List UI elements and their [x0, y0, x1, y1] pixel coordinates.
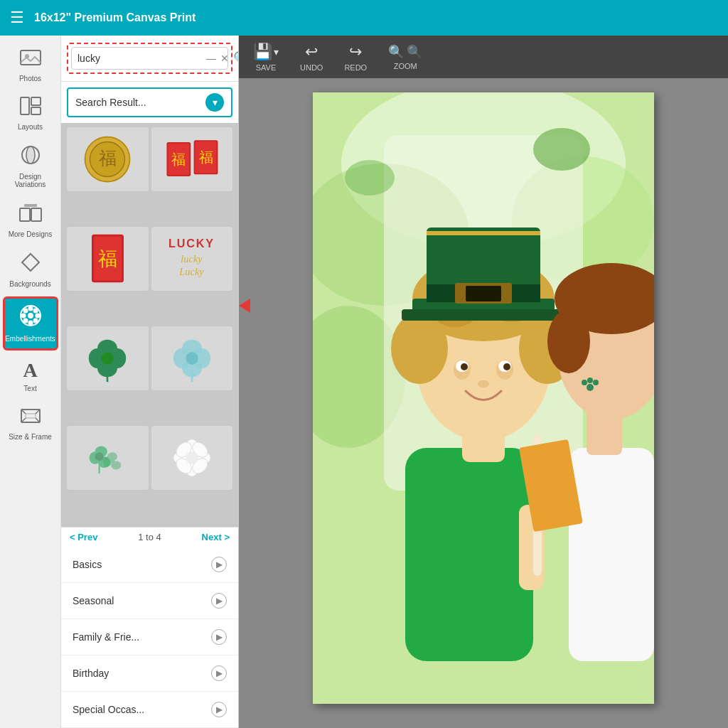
category-item-birthday[interactable]: Birthday ▶	[61, 655, 238, 692]
category-dropdown[interactable]: Search Result... ▾	[67, 87, 232, 117]
canvas-frame	[313, 92, 654, 704]
zoom-in-icon: 🔍	[388, 44, 404, 60]
svg-point-14	[21, 314, 26, 318]
svg-marker-10	[22, 254, 39, 271]
backgrounds-icon	[21, 252, 41, 277]
svg-point-111	[587, 384, 594, 391]
svg-text:福: 福	[98, 248, 117, 269]
category-item-seasonal[interactable]: Seasonal ▶	[61, 583, 238, 619]
svg-point-85	[391, 313, 448, 384]
search-input[interactable]	[77, 53, 202, 64]
pagination: < Prev 1 to 4 Next >	[61, 527, 238, 547]
panel: — ✕ 🔍 Search Result... ▾ 福	[61, 36, 239, 728]
search-input-wrap: — ✕ 🔍	[71, 47, 228, 70]
embellishments-icon	[19, 304, 42, 332]
workspace	[239, 78, 728, 728]
search-bar: — ✕ 🔍	[61, 36, 238, 82]
search-clear-button[interactable]: ✕	[220, 53, 229, 64]
svg-rect-9	[24, 204, 37, 207]
sidebar-item-layouts[interactable]: Layouts	[3, 91, 58, 136]
page-title: 16x12" Premium Canvas Print	[34, 11, 196, 24]
sidebar-item-text-label: Text	[23, 385, 36, 392]
embellishment-item-red-envelopes[interactable]: 福 福	[151, 127, 233, 191]
svg-point-113	[587, 378, 593, 383]
svg-point-80	[345, 160, 395, 196]
embellishment-item-coin[interactable]: 福	[67, 127, 149, 191]
category-family-friends-arrow: ▶	[211, 629, 227, 645]
hamburger-menu[interactable]: ☰	[10, 9, 24, 27]
sidebar-item-design-variations-label: Design Variations	[6, 173, 55, 188]
svg-point-57	[95, 452, 104, 461]
svg-rect-102	[427, 231, 540, 235]
dropdown-arrow-icon: ▾	[205, 93, 224, 112]
text-icon: A	[23, 359, 37, 382]
svg-text:LUCKY: LUCKY	[168, 237, 215, 250]
embellishment-item-clover[interactable]	[67, 326, 149, 390]
sidebar-item-backgrounds[interactable]: Backgrounds	[3, 247, 58, 294]
sidebar-item-size-frame[interactable]: Size & Frame	[3, 401, 58, 446]
next-page-button[interactable]: Next >	[202, 532, 230, 542]
sidebar-item-design-variations[interactable]: Design Variations	[3, 139, 58, 194]
category-special-occasions-label: Special Occas...	[73, 704, 144, 715]
canvas-photo	[313, 92, 654, 704]
category-item-special-occasions[interactable]: Special Occas... ▶	[61, 692, 238, 728]
redo-button[interactable]: ↪ REDO	[344, 43, 367, 72]
svg-point-112	[582, 380, 587, 385]
svg-rect-2	[21, 97, 29, 114]
sidebar-item-embellishments-label: Embellishments	[5, 335, 55, 343]
save-button[interactable]: 💾 ▾ SAVE	[253, 43, 279, 72]
undo-button[interactable]: ↩ UNDO	[300, 43, 323, 72]
embellishment-grid: 福 福 福 福	[61, 123, 238, 527]
more-designs-icon	[19, 203, 42, 228]
embellishment-item-white-flower[interactable]	[151, 426, 233, 490]
search-submit-button[interactable]: 🔍	[233, 50, 239, 66]
svg-point-46	[102, 352, 114, 365]
svg-text:lucky: lucky	[181, 253, 203, 264]
category-item-basics[interactable]: Basics ▶	[61, 547, 238, 583]
sidebar-item-more-designs[interactable]: More Designs	[3, 197, 58, 244]
zoom-button[interactable]: 🔍 🔍 ZOOM	[388, 44, 422, 70]
svg-point-12	[28, 306, 33, 311]
svg-rect-81	[405, 448, 533, 661]
sidebar-item-text[interactable]: A Text	[3, 353, 58, 398]
zoom-out-icon: 🔍	[407, 44, 422, 60]
search-highlight: — ✕ 🔍	[67, 43, 232, 74]
sidebar-item-embellishments[interactable]: Embellishments	[3, 296, 58, 350]
svg-text:福: 福	[198, 150, 213, 165]
svg-point-94	[503, 363, 510, 370]
category-basics-label: Basics	[73, 559, 102, 570]
embellishment-item-red-envelope-single[interactable]: 福	[67, 227, 149, 291]
svg-point-79	[533, 128, 590, 171]
sidebar-item-photos[interactable]: Photos	[3, 43, 58, 88]
embellishment-item-blue-clover[interactable]	[151, 326, 233, 390]
category-basics-arrow: ▶	[211, 557, 227, 572]
svg-text:福: 福	[99, 149, 117, 168]
category-family-friends-label: Family & Frie...	[73, 631, 139, 643]
embellishment-item-lucky-text[interactable]: LUCKY lucky Lucky	[151, 227, 233, 291]
embellishment-item-green-shamrock[interactable]	[67, 426, 149, 490]
sidebar: Photos Layouts Design Variations More De…	[0, 36, 61, 728]
save-dropdown-arrow[interactable]: ▾	[274, 46, 279, 58]
svg-point-62	[109, 457, 115, 464]
undo-icon: ↩	[305, 43, 318, 61]
category-item-family-friends[interactable]: Family & Frie... ▶	[61, 619, 238, 655]
svg-point-52	[186, 352, 198, 365]
svg-text:Lucky: Lucky	[179, 266, 205, 277]
category-list: Basics ▶ Seasonal ▶ Family & Frie... ▶ B…	[61, 547, 238, 728]
sidebar-item-more-designs-label: More Designs	[9, 230, 53, 238]
redo-label: REDO	[344, 63, 367, 72]
svg-rect-0	[21, 50, 41, 65]
svg-point-114	[593, 380, 599, 385]
svg-rect-8	[31, 208, 41, 221]
save-label: SAVE	[256, 63, 277, 72]
svg-point-93	[461, 363, 468, 370]
toolbar: 💾 ▾ SAVE ↩ UNDO ↪ REDO 🔍 🔍 ZO	[239, 36, 728, 78]
prev-page-button[interactable]: < Prev	[70, 532, 97, 542]
page-info: 1 to 4	[138, 532, 161, 542]
zoom-label: ZOOM	[394, 62, 417, 70]
arrow-head-icon	[239, 299, 250, 313]
category-birthday-arrow: ▶	[211, 665, 227, 681]
svg-point-110	[547, 309, 590, 373]
svg-point-18	[23, 318, 28, 323]
sidebar-item-photos-label: Photos	[19, 75, 41, 82]
